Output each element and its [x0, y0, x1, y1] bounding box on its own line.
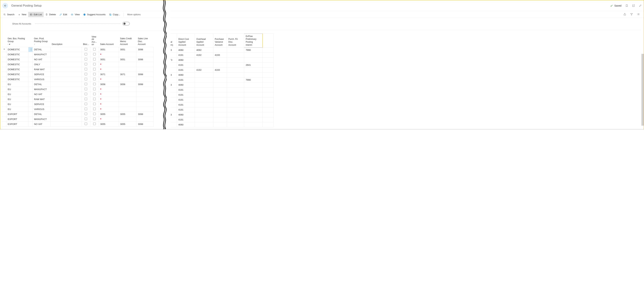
cell-gen-bus[interactable]: DOMESTIC — [6, 47, 28, 52]
cell-direct-cost[interactable]: 4060 — [177, 122, 195, 127]
cell-description[interactable] — [50, 92, 82, 97]
cell-gen-bus[interactable]: EXPORT — [6, 117, 28, 122]
bookmark-button[interactable] — [625, 3, 628, 8]
cell-sales-credit[interactable] — [119, 92, 136, 97]
filter-button[interactable] — [630, 13, 633, 16]
cell-direct-cost[interactable]: 4060 — [177, 82, 195, 87]
cell-purch-fa[interactable] — [227, 72, 244, 77]
table-row[interactable]: DOMESTICRAW MAT* — [2, 67, 154, 72]
cell-overhead[interactable]: 4092 — [195, 47, 213, 52]
cell-sales-account[interactable]: 3051 — [99, 57, 119, 62]
cell-cut[interactable]: 3 — [170, 47, 177, 52]
table-row[interactable]: '34060 — [170, 57, 274, 62]
col-blocked[interactable]: Bloc... — [82, 34, 90, 47]
table-row[interactable]: EUNO VAT* — [2, 92, 154, 97]
row-menu[interactable] — [28, 117, 32, 122]
table-row[interactable]: DOMESTICSERVICE307130713098 — [2, 72, 154, 77]
cell-description[interactable] — [50, 77, 82, 82]
row-menu[interactable] — [28, 102, 32, 107]
cell-purch-fa[interactable] — [227, 97, 244, 102]
cell-blocked[interactable] — [82, 47, 90, 52]
row-menu[interactable] — [28, 52, 32, 57]
cell-cut[interactable] — [170, 87, 177, 92]
suggest-accounts-button[interactable]: Suggest Accounts — [82, 12, 107, 17]
cell-exflow[interactable] — [244, 52, 262, 57]
cell-exflow[interactable] — [244, 92, 262, 97]
row-menu[interactable] — [28, 67, 32, 72]
row-menu[interactable] — [28, 57, 32, 62]
cell-exflow[interactable] — [244, 82, 262, 87]
cell-cut[interactable]: '3 — [170, 57, 177, 62]
cell-cut[interactable] — [170, 92, 177, 97]
table-row[interactable]: 4191 — [170, 102, 274, 107]
row-menu[interactable] — [28, 72, 32, 77]
cell-overhead[interactable] — [195, 117, 213, 122]
cell-purch-fa[interactable] — [227, 117, 244, 122]
cell-exflow[interactable] — [244, 67, 262, 72]
col-purchase-variance[interactable]: PurchaseVarianceAccount — [213, 34, 227, 48]
cell-sales-credit[interactable] — [119, 77, 136, 82]
row-menu[interactable] — [28, 107, 32, 112]
cell-cut[interactable] — [170, 102, 177, 107]
cell-description[interactable] — [50, 122, 82, 127]
cell-cut[interactable] — [170, 67, 177, 72]
cell-blocked[interactable] — [82, 102, 90, 107]
cell-description[interactable] — [50, 102, 82, 107]
table-row[interactable]: EXPORTNO VAT305530553098 — [2, 122, 154, 127]
cell-blocked[interactable] — [82, 62, 90, 67]
cell-exflow[interactable]: 7990 — [244, 47, 262, 52]
cell-view-all[interactable] — [90, 117, 99, 122]
cell-sales-line-disc[interactable]: 3098 — [136, 112, 154, 117]
cell-gen-bus[interactable]: EU — [6, 107, 28, 112]
cell-exflow[interactable] — [244, 107, 262, 112]
table-row[interactable]: EUVARIOUS* — [2, 107, 154, 112]
cell-sales-credit[interactable]: 3051 — [119, 57, 136, 62]
cell-sales-line-disc[interactable] — [136, 92, 154, 97]
col-overhead[interactable]: OverheadAppliedAccount — [195, 34, 213, 48]
cell-cut[interactable] — [170, 97, 177, 102]
cell-sales-account[interactable]: 3056 — [99, 82, 119, 87]
scrollbar-thumb[interactable] — [642, 54, 644, 126]
cell-purchase-variance[interactable] — [213, 112, 227, 117]
table-row[interactable]: 419141924193 — [170, 67, 274, 72]
table-row[interactable]: 34060 — [170, 82, 274, 87]
cell-exflow[interactable] — [244, 87, 262, 92]
col-exflow[interactable]: ExFlowPreliminaryPostingInterim — [244, 34, 262, 48]
row-menu[interactable] — [28, 77, 32, 82]
cell-direct-cost[interactable]: 4060 — [177, 47, 195, 52]
cell-description[interactable] — [50, 67, 82, 72]
view-button[interactable]: View — [69, 12, 82, 17]
table-row[interactable]: 34060 — [170, 112, 274, 117]
cell-sales-line-disc[interactable]: 3098 — [136, 57, 154, 62]
row-menu[interactable] — [28, 122, 32, 127]
table-row[interactable]: 41917990 — [170, 77, 274, 82]
list-options-button[interactable] — [637, 13, 640, 16]
row-menu[interactable] — [28, 97, 32, 102]
cell-cut[interactable]: 3 — [170, 82, 177, 87]
cell-purchase-variance[interactable] — [213, 102, 227, 107]
cell-view-all[interactable] — [90, 52, 99, 57]
table-row[interactable]: EUSERVICE* — [2, 102, 154, 107]
cell-gen-prod[interactable]: NO VAT — [32, 122, 50, 127]
cell-sales-account[interactable]: * — [99, 117, 119, 122]
cell-cut[interactable] — [170, 52, 177, 57]
row-indicator[interactable] — [2, 72, 6, 77]
cell-purchase-variance[interactable] — [213, 77, 227, 82]
cell-sales-line-disc[interactable] — [136, 52, 154, 57]
cell-description[interactable] — [50, 72, 82, 77]
row-indicator[interactable] — [2, 67, 6, 72]
row-indicator[interactable] — [2, 87, 6, 92]
cell-cut[interactable] — [170, 62, 177, 67]
cell-exflow[interactable]: 7990 — [244, 77, 262, 82]
cell-purchase-variance[interactable] — [213, 82, 227, 87]
cell-direct-cost[interactable]: 4060 — [177, 72, 195, 77]
cell-description[interactable] — [50, 112, 82, 117]
cell-exflow[interactable] — [244, 97, 262, 102]
cell-sales-line-disc[interactable] — [136, 67, 154, 72]
cell-gen-prod[interactable]: MANUFACT — [32, 87, 50, 92]
cell-cut[interactable] — [170, 117, 177, 122]
cell-gen-prod[interactable]: SERVICE — [32, 102, 50, 107]
show-all-accounts-toggle[interactable] — [122, 22, 130, 25]
cell-gen-prod[interactable]: NO VAT — [32, 92, 50, 97]
row-indicator[interactable] — [2, 77, 6, 82]
